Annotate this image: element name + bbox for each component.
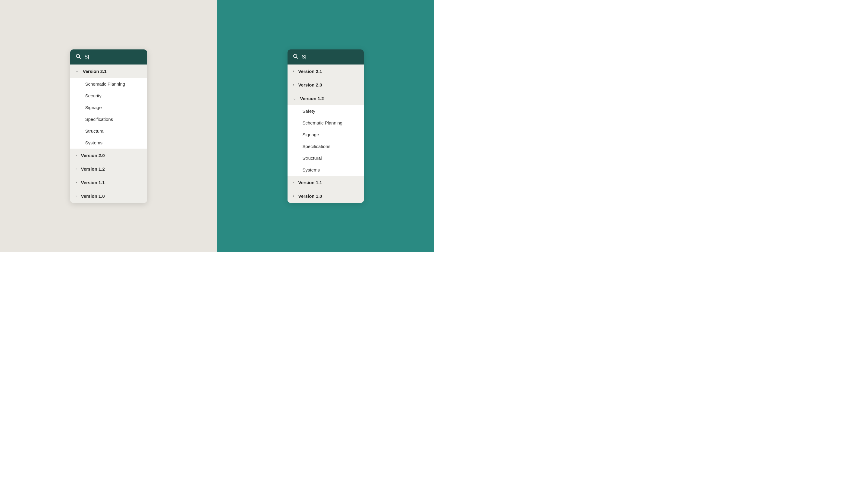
- left-version-1-1-label: Version 1.1: [81, 180, 105, 185]
- list-item[interactable]: Structural: [288, 152, 364, 164]
- left-version-2-0-row[interactable]: › Version 2.0: [70, 148, 147, 162]
- search-icon: [76, 54, 81, 60]
- chevron-right-icon: ›: [76, 181, 77, 184]
- right-panel: › Version 2.1 › Version 2.0 ⌄ Version 1.…: [217, 0, 434, 252]
- chevron-down-icon: ⌄: [76, 69, 79, 73]
- right-version-2-0-row[interactable]: › Version 2.0: [288, 78, 364, 92]
- list-item[interactable]: Safety: [288, 105, 364, 117]
- right-version-1-0-row[interactable]: › Version 1.0: [288, 189, 364, 203]
- right-search-input[interactable]: [302, 54, 358, 60]
- list-item[interactable]: Security: [70, 90, 147, 102]
- left-version-1-2-row[interactable]: › Version 1.2: [70, 162, 147, 176]
- search-icon: [293, 54, 298, 60]
- list-item[interactable]: Schematic Planning: [70, 78, 147, 90]
- left-dropdown: ⌄ Version 2.1 Schematic Planning Securit…: [70, 50, 147, 203]
- right-version-1-1-label: Version 1.1: [298, 180, 322, 185]
- chevron-right-icon: ›: [293, 83, 294, 86]
- chevron-right-icon: ›: [76, 194, 77, 198]
- left-version-1-1-row[interactable]: › Version 1.1: [70, 176, 147, 189]
- list-item[interactable]: Signage: [288, 129, 364, 141]
- left-version-2-1-items: Schematic Planning Security Signage Spec…: [70, 78, 147, 148]
- right-version-1-2-row[interactable]: ⌄ Version 1.2: [288, 92, 364, 105]
- chevron-right-icon: ›: [293, 69, 294, 73]
- right-version-2-1-label: Version 2.1: [298, 69, 322, 74]
- list-item[interactable]: Systems: [288, 164, 364, 176]
- right-version-1-2-items: Safety Schematic Planning Signage Specif…: [288, 105, 364, 176]
- right-version-1-2-label: Version 1.2: [300, 96, 324, 101]
- left-version-2-0-label: Version 2.0: [81, 153, 105, 158]
- list-item[interactable]: Structural: [70, 125, 147, 137]
- svg-line-3: [296, 57, 298, 59]
- right-version-1-0-label: Version 1.0: [298, 194, 322, 199]
- right-version-2-1-row[interactable]: › Version 2.1: [288, 64, 364, 78]
- right-search-bar: [288, 50, 364, 64]
- left-search-input[interactable]: [85, 54, 142, 60]
- left-version-2-1-row[interactable]: ⌄ Version 2.1: [70, 64, 147, 78]
- right-dropdown: › Version 2.1 › Version 2.0 ⌄ Version 1.…: [288, 50, 364, 203]
- left-search-bar: [70, 50, 147, 64]
- list-item[interactable]: Signage: [70, 102, 147, 113]
- left-version-1-2-label: Version 1.2: [81, 166, 105, 172]
- chevron-right-icon: ›: [76, 153, 77, 157]
- list-item[interactable]: Specifications: [70, 113, 147, 125]
- chevron-right-icon: ›: [293, 194, 294, 198]
- left-version-2-1-label: Version 2.1: [83, 69, 107, 74]
- left-panel: ⌄ Version 2.1 Schematic Planning Securit…: [0, 0, 217, 252]
- svg-line-1: [79, 57, 81, 59]
- left-dropdown-body: ⌄ Version 2.1 Schematic Planning Securit…: [70, 64, 147, 203]
- chevron-right-icon: ›: [76, 167, 77, 171]
- list-item[interactable]: Schematic Planning: [288, 117, 364, 129]
- left-version-1-0-label: Version 1.0: [81, 194, 105, 199]
- right-dropdown-body: › Version 2.1 › Version 2.0 ⌄ Version 1.…: [288, 64, 364, 203]
- list-item[interactable]: Systems: [70, 137, 147, 148]
- right-version-2-0-label: Version 2.0: [298, 82, 322, 88]
- list-item[interactable]: Specifications: [288, 141, 364, 152]
- chevron-down-icon: ⌄: [293, 96, 296, 100]
- chevron-right-icon: ›: [293, 181, 294, 184]
- left-version-1-0-row[interactable]: › Version 1.0: [70, 189, 147, 203]
- right-version-1-1-row[interactable]: › Version 1.1: [288, 176, 364, 189]
